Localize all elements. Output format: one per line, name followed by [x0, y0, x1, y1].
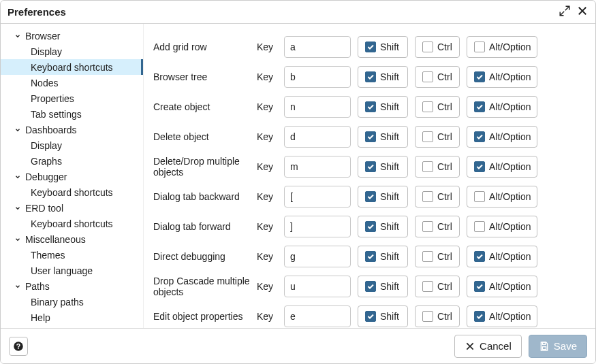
- ctrl-checkbox[interactable]: [422, 281, 433, 292]
- key-input[interactable]: [284, 216, 351, 237]
- tree-item[interactable]: User language: [1, 263, 143, 278]
- shift-checkbox[interactable]: [365, 101, 376, 112]
- close-icon[interactable]: [576, 5, 589, 20]
- ctrl-toggle[interactable]: Ctrl: [415, 126, 460, 148]
- alt-toggle[interactable]: Alt/Option: [467, 186, 537, 208]
- shift-toggle[interactable]: Shift: [358, 96, 408, 118]
- key-input[interactable]: [284, 36, 351, 58]
- alt-toggle[interactable]: Alt/Option: [467, 276, 537, 297]
- tree-section[interactable]: ERD tool: [1, 200, 143, 216]
- ctrl-toggle[interactable]: Ctrl: [415, 305, 460, 327]
- ctrl-toggle[interactable]: Ctrl: [415, 216, 460, 237]
- ctrl-toggle[interactable]: Ctrl: [415, 96, 460, 118]
- expand-icon[interactable]: [559, 5, 571, 20]
- shift-toggle[interactable]: Shift: [358, 36, 408, 58]
- alt-toggle[interactable]: Alt/Option: [467, 126, 537, 148]
- key-input[interactable]: [284, 186, 351, 208]
- ctrl-checkbox[interactable]: [422, 71, 433, 82]
- ctrl-checkbox[interactable]: [422, 42, 433, 52]
- shift-checkbox[interactable]: [365, 311, 376, 322]
- shift-checkbox[interactable]: [365, 281, 376, 292]
- alt-checkbox[interactable]: [474, 131, 485, 142]
- tree-section[interactable]: Dashboards: [1, 122, 143, 137]
- shift-toggle[interactable]: Shift: [358, 305, 408, 327]
- alt-checkbox[interactable]: [474, 251, 485, 262]
- ctrl-toggle[interactable]: Ctrl: [415, 276, 460, 297]
- shortcut-label: Delete object: [149, 131, 250, 142]
- alt-toggle[interactable]: Alt/Option: [467, 246, 537, 267]
- chevron-down-icon: [14, 203, 21, 214]
- key-column-label: Key: [257, 161, 277, 172]
- shift-toggle[interactable]: Shift: [358, 276, 408, 297]
- tree-item[interactable]: Themes: [1, 247, 143, 263]
- tree-item[interactable]: Display: [1, 137, 143, 153]
- tree-item[interactable]: Graphs: [1, 153, 143, 169]
- shift-checkbox[interactable]: [365, 251, 376, 262]
- tree-item[interactable]: Tab settings: [1, 106, 143, 122]
- tree-item[interactable]: Display: [1, 44, 143, 59]
- alt-checkbox[interactable]: [474, 42, 485, 52]
- shift-toggle[interactable]: Shift: [358, 246, 408, 267]
- key-input[interactable]: [284, 66, 351, 88]
- shift-toggle[interactable]: Shift: [358, 216, 408, 237]
- ctrl-checkbox[interactable]: [422, 221, 433, 232]
- key-input[interactable]: [284, 246, 351, 267]
- key-input[interactable]: [284, 126, 351, 148]
- ctrl-checkbox[interactable]: [422, 101, 433, 112]
- ctrl-checkbox[interactable]: [422, 311, 433, 322]
- help-button[interactable]: ?: [9, 337, 28, 356]
- tree-section[interactable]: Debugger: [1, 169, 143, 184]
- alt-checkbox[interactable]: [474, 281, 485, 292]
- shift-checkbox[interactable]: [365, 131, 376, 142]
- key-input[interactable]: [284, 96, 351, 118]
- tree-section[interactable]: Browser: [1, 28, 143, 44]
- ctrl-checkbox[interactable]: [422, 191, 433, 202]
- alt-toggle[interactable]: Alt/Option: [467, 216, 537, 237]
- ctrl-toggle[interactable]: Ctrl: [415, 246, 460, 267]
- ctrl-toggle[interactable]: Ctrl: [415, 186, 460, 208]
- tree-item[interactable]: Properties: [1, 90, 143, 106]
- alt-checkbox[interactable]: [474, 311, 485, 322]
- tree-item[interactable]: Help: [1, 310, 143, 325]
- alt-toggle[interactable]: Alt/Option: [467, 36, 537, 58]
- ctrl-checkbox[interactable]: [422, 161, 433, 172]
- ctrl-toggle[interactable]: Ctrl: [415, 36, 460, 58]
- shift-toggle[interactable]: Shift: [358, 186, 408, 208]
- key-input[interactable]: [284, 276, 351, 297]
- shift-checkbox[interactable]: [365, 71, 376, 82]
- tree-item[interactable]: Keyboard shortcuts: [1, 184, 143, 200]
- alt-checkbox[interactable]: [474, 101, 485, 112]
- preferences-tree[interactable]: BrowserDisplayKeyboard shortcutsNodesPro…: [1, 24, 144, 329]
- ctrl-checkbox[interactable]: [422, 131, 433, 142]
- alt-toggle[interactable]: Alt/Option: [467, 156, 537, 178]
- save-button[interactable]: Save: [529, 335, 587, 358]
- shift-checkbox[interactable]: [365, 161, 376, 172]
- ctrl-toggle[interactable]: Ctrl: [415, 156, 460, 178]
- alt-toggle[interactable]: Alt/Option: [467, 305, 537, 327]
- alt-checkbox[interactable]: [474, 221, 485, 232]
- tree-item[interactable]: Keyboard shortcuts: [1, 216, 143, 231]
- tree-item[interactable]: Binary paths: [1, 294, 143, 310]
- alt-checkbox[interactable]: [474, 161, 485, 172]
- shift-checkbox[interactable]: [365, 221, 376, 232]
- shift-checkbox[interactable]: [365, 191, 376, 202]
- shift-toggle[interactable]: Shift: [358, 126, 408, 148]
- tree-section[interactable]: Paths: [1, 278, 143, 294]
- shift-label: Shift: [380, 71, 399, 82]
- shift-toggle[interactable]: Shift: [358, 66, 408, 88]
- key-input[interactable]: [284, 156, 351, 178]
- alt-toggle[interactable]: Alt/Option: [467, 66, 537, 88]
- svg-rect-3: [542, 346, 546, 349]
- shift-toggle[interactable]: Shift: [358, 156, 408, 178]
- cancel-button[interactable]: Cancel: [454, 335, 522, 358]
- tree-section[interactable]: Miscellaneous: [1, 231, 143, 247]
- alt-toggle[interactable]: Alt/Option: [467, 96, 537, 118]
- tree-item[interactable]: Keyboard shortcuts: [1, 59, 143, 75]
- shift-checkbox[interactable]: [365, 42, 376, 52]
- alt-checkbox[interactable]: [474, 71, 485, 82]
- key-input[interactable]: [284, 305, 351, 327]
- alt-checkbox[interactable]: [474, 191, 485, 202]
- ctrl-checkbox[interactable]: [422, 251, 433, 262]
- tree-item[interactable]: Nodes: [1, 75, 143, 90]
- ctrl-toggle[interactable]: Ctrl: [415, 66, 460, 88]
